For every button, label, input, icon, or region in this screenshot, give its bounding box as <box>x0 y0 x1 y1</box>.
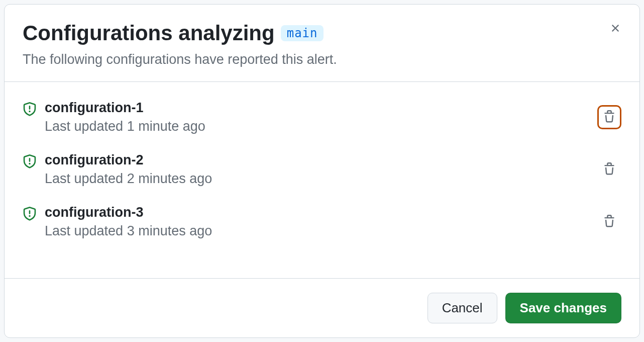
dialog-footer: Cancel Save changes <box>5 278 639 337</box>
shield-alert-icon <box>23 154 37 170</box>
config-info: configuration-1Last updated 1 minute ago <box>45 100 589 134</box>
save-button[interactable]: Save changes <box>505 293 621 323</box>
config-info: configuration-3Last updated 3 minutes ag… <box>45 205 589 239</box>
config-meta: Last updated 1 minute ago <box>45 119 589 134</box>
dialog-title: Configurations analyzing <box>23 21 275 46</box>
title-row: Configurations analyzing main <box>23 21 621 46</box>
delete-config-button[interactable] <box>597 157 621 182</box>
cancel-button[interactable]: Cancel <box>427 293 497 323</box>
config-meta: Last updated 3 minutes ago <box>45 223 589 239</box>
trash-icon <box>603 215 616 229</box>
dialog-header: Configurations analyzing main The follow… <box>5 5 639 82</box>
configurations-dialog: Configurations analyzing main The follow… <box>4 4 640 338</box>
config-meta: Last updated 2 minutes ago <box>45 171 589 187</box>
config-name: configuration-1 <box>45 100 589 116</box>
branch-badge: main <box>281 25 324 41</box>
config-item: configuration-1Last updated 1 minute ago <box>23 94 621 146</box>
delete-config-button[interactable] <box>597 210 621 234</box>
delete-config-button[interactable] <box>597 105 621 129</box>
config-item: configuration-2Last updated 2 minutes ag… <box>23 146 621 199</box>
trash-icon <box>603 162 616 177</box>
close-icon <box>609 22 621 36</box>
shield-alert-icon <box>23 102 37 118</box>
shield-alert-icon <box>23 207 37 223</box>
trash-icon <box>603 110 616 125</box>
config-item: configuration-3Last updated 3 minutes ag… <box>23 199 621 251</box>
close-button[interactable] <box>606 20 624 38</box>
config-list: configuration-1Last updated 1 minute ago… <box>5 82 639 278</box>
dialog-subtitle: The following configurations have report… <box>23 52 621 67</box>
config-name: configuration-2 <box>45 152 589 168</box>
config-info: configuration-2Last updated 2 minutes ag… <box>45 152 589 187</box>
config-name: configuration-3 <box>45 205 589 220</box>
